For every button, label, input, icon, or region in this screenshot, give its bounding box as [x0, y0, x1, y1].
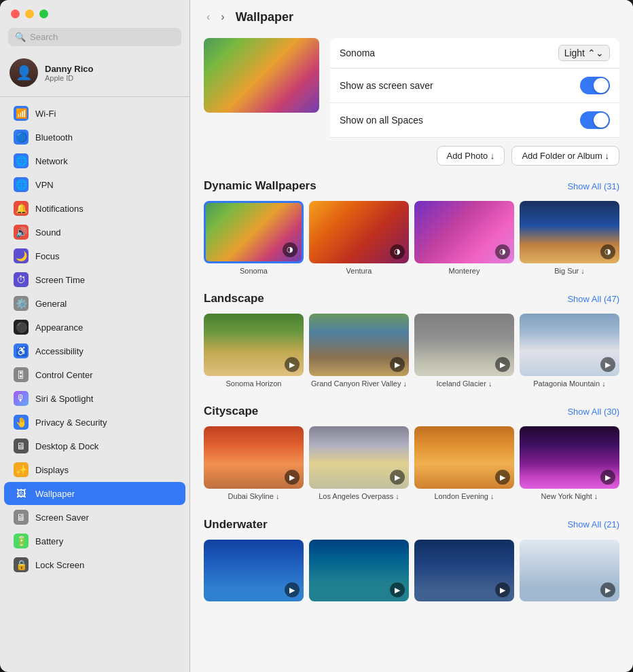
user-profile[interactable]: 👤 Danny Rico Apple ID — [0, 53, 189, 97]
section-header-cityscape: CityscapeShow All (30) — [204, 405, 619, 418]
search-input[interactable]: Search — [30, 32, 58, 42]
sidebar-item-network[interactable]: 🌐Network — [4, 149, 185, 172]
wallpaper-thumb-bigsur: ◑ — [520, 201, 619, 263]
accessibility-label: Accessibility — [35, 346, 84, 356]
add-folder-button[interactable]: Add Folder or Album ↓ — [511, 146, 619, 166]
wallpaper-thumb-uw3: ▶ — [414, 540, 514, 602]
focus-icon: 🌙 — [14, 248, 29, 263]
controlcenter-icon: 🎛 — [14, 367, 29, 382]
sidebar-nav: 📶Wi-Fi🔵Bluetooth🌐Network🌐VPN🔔Notificatio… — [0, 97, 189, 672]
screensaver-toggle-row: Show as screen saver — [330, 69, 619, 103]
wallpaper-item-uw4[interactable]: ▶ — [520, 540, 619, 605]
show-all-cityscape[interactable]: Show All (30) — [567, 407, 619, 417]
minimize-button[interactable] — [25, 10, 34, 18]
wallpaper-badge-uw4: ▶ — [600, 582, 615, 597]
sidebar-item-desktop[interactable]: 🖥Desktop & Dock — [4, 434, 185, 458]
wallpaper-item-grand-canyon[interactable]: ▶Grand Canyon River Valley ↓ — [309, 314, 409, 388]
sound-icon: 🔊 — [14, 225, 29, 240]
wallpaper-thumb-la: ▶ — [309, 426, 409, 489]
show-all-landscape[interactable]: Show All (47) — [567, 294, 619, 304]
show-all-underwater[interactable]: Show All (21) — [567, 519, 619, 529]
appearance-chevron-icon: ⌃⌄ — [587, 48, 604, 58]
close-button[interactable] — [11, 10, 20, 18]
appearance-value: Light — [564, 48, 585, 58]
wallpaper-badge-dubai: ▶ — [285, 470, 300, 485]
wallpaper-thumb-ventura: ◑ — [309, 201, 409, 263]
appearance-select[interactable]: Light ⌃⌄ — [558, 45, 610, 61]
wallpaper-item-monterey[interactable]: ◑Monterey — [414, 201, 514, 276]
avatar: 👤 — [10, 58, 38, 87]
sidebar-item-wallpaper[interactable]: 🖼Wallpaper — [4, 482, 185, 505]
wallpaper-item-newyork[interactable]: ▶New York Night ↓ — [520, 426, 619, 501]
section-header-dynamic: Dynamic WallpapersShow All (31) — [204, 179, 619, 193]
screensaver-toggle[interactable] — [580, 77, 610, 94]
wallpaper-item-uw2[interactable]: ▶ — [309, 540, 409, 605]
sidebar-item-vpn[interactable]: 🌐VPN — [4, 173, 185, 196]
network-icon: 🌐 — [14, 153, 29, 168]
sidebar-item-appearance[interactable]: ⚫Appearance — [4, 316, 185, 339]
sidebar-item-sound[interactable]: 🔊Sound — [4, 221, 185, 244]
wallpaper-badge-sonoma-horizon: ▶ — [285, 357, 300, 372]
section-dynamic: Dynamic WallpapersShow All (31)◑Sonoma◑V… — [204, 179, 619, 276]
wallpaper-item-sonoma-horizon[interactable]: ▶Sonoma Horizon — [204, 314, 304, 388]
wallpaper-item-ventura[interactable]: ◑Ventura — [309, 201, 409, 276]
wallpaper-item-la[interactable]: ▶Los Angeles Overpass ↓ — [309, 426, 409, 501]
sidebar-item-screensaver[interactable]: 🖥Screen Saver — [4, 506, 185, 529]
wallpaper-caption-la: Los Angeles Overpass ↓ — [309, 491, 409, 501]
sidebar-item-notifications[interactable]: 🔔Notifications — [4, 197, 185, 220]
wallpaper-caption-ventura: Ventura — [309, 266, 409, 276]
forward-button[interactable]: › — [218, 10, 227, 24]
sidebar-item-displays[interactable]: ✨Displays — [4, 458, 185, 481]
wallpaper-icon: 🖼 — [14, 486, 29, 501]
wallpaper-grid-underwater: ▶▶▶▶ — [204, 540, 619, 605]
wallpaper-name: Sonoma — [340, 48, 375, 58]
wallpaper-item-uw3[interactable]: ▶ — [414, 540, 514, 605]
section-title-cityscape: Cityscape — [204, 405, 258, 418]
sidebar-item-battery[interactable]: 🔋Battery — [4, 529, 185, 553]
wallpaper-item-dubai[interactable]: ▶Dubai Skyline ↓ — [204, 426, 304, 501]
sidebar-item-general[interactable]: ⚙️General — [4, 292, 185, 315]
wallpaper-badge-ventura: ◑ — [390, 244, 405, 259]
search-box[interactable]: 🔍 Search — [8, 28, 181, 46]
sidebar-item-privacy[interactable]: 🤚Privacy & Security — [4, 411, 185, 434]
section-header-underwater: UnderwaterShow All (21) — [204, 518, 619, 531]
wallpaper-thumb-uw1: ▶ — [204, 540, 304, 602]
appearance-label: Appearance — [35, 322, 83, 333]
back-button[interactable]: ‹ — [204, 10, 213, 24]
screentime-icon: ⏱ — [14, 272, 29, 287]
sidebar-item-controlcenter[interactable]: 🎛Control Center — [4, 363, 185, 386]
add-photo-button[interactable]: Add Photo ↓ — [437, 146, 505, 166]
sidebar-item-focus[interactable]: 🌙Focus — [4, 244, 185, 267]
sidebar-item-lockscreen[interactable]: 🔒Lock Screen — [4, 553, 185, 576]
sidebar-item-screentime[interactable]: ⏱Screen Time — [4, 268, 185, 291]
wallpaper-caption-sonoma-horizon: Sonoma Horizon — [204, 379, 304, 388]
general-icon: ⚙️ — [14, 296, 29, 311]
add-photo-label: Add Photo ↓ — [447, 151, 495, 161]
wallpaper-item-sonoma[interactable]: ◑Sonoma — [204, 201, 304, 276]
wallpaper-badge-sonoma: ◑ — [283, 242, 297, 257]
wallpaper-item-bigsur[interactable]: ◑Big Sur ↓ — [520, 201, 619, 276]
sidebar-item-bluetooth[interactable]: 🔵Bluetooth — [4, 126, 185, 149]
screentime-label: Screen Time — [35, 275, 85, 285]
maximize-button[interactable] — [39, 10, 48, 18]
battery-label: Battery — [35, 536, 63, 546]
wallpaper-item-patagonia[interactable]: ▶Patagonia Mountain ↓ — [520, 314, 619, 388]
wifi-icon: 📶 — [14, 106, 29, 121]
allspaces-toggle[interactable] — [580, 111, 610, 129]
battery-icon: 🔋 — [14, 534, 29, 548]
main-content: ‹ › Wallpaper Sonoma Light ⌃⌄ Show — [190, 0, 633, 672]
sidebar-item-siri[interactable]: 🎙Siri & Spotlight — [4, 387, 185, 410]
wallpaper-item-iceland[interactable]: ▶Iceland Glacier ↓ — [414, 314, 514, 388]
wallpaper-caption-dubai: Dubai Skyline ↓ — [204, 491, 304, 501]
wallpaper-badge-iceland: ▶ — [495, 357, 510, 372]
show-all-dynamic[interactable]: Show All (31) — [567, 181, 619, 191]
wallpaper-item-uw1[interactable]: ▶ — [204, 540, 304, 605]
desktop-icon: 🖥 — [14, 438, 29, 453]
current-wallpaper-thumbnail — [204, 38, 319, 113]
sidebar-item-accessibility[interactable]: ♿Accessibility — [4, 339, 185, 362]
notifications-icon: 🔔 — [14, 201, 29, 216]
add-folder-label: Add Folder or Album ↓ — [522, 151, 609, 161]
wallpaper-item-london[interactable]: ▶London Evening ↓ — [414, 426, 514, 501]
wallpaper-options: Sonoma Light ⌃⌄ Show as screen saver Sho… — [330, 38, 619, 166]
sidebar-item-wifi[interactable]: 📶Wi-Fi — [4, 102, 185, 125]
